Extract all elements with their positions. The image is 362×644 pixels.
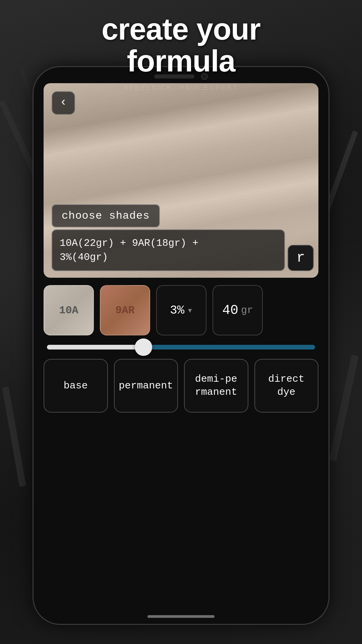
r-button[interactable]: r — [288, 245, 314, 271]
swatch-10a-label: 10A — [59, 304, 78, 317]
back-button[interactable]: ‹ — [52, 91, 75, 115]
back-arrow-icon: ‹ — [60, 97, 67, 109]
swatch-9ar-label: 9AR — [115, 304, 135, 317]
phone-frame: steelsick hair expert ‹ choose shades 10… — [34, 67, 328, 624]
slider-area — [44, 345, 318, 350]
swatches-row: 10A 9AR 3% ▾ 40 gr — [44, 285, 318, 335]
choose-shades-button[interactable]: choose shades — [52, 204, 160, 227]
swatch-10a[interactable]: 10A — [44, 285, 94, 335]
direct-dye-button-label: directdye — [268, 373, 304, 399]
direct-dye-button[interactable]: directdye — [254, 359, 319, 413]
swatch-percent[interactable]: 3% ▾ — [156, 285, 206, 335]
swatch-9ar[interactable]: 9AR — [100, 285, 150, 335]
permanent-button[interactable]: permanent — [114, 359, 178, 413]
page-title: create your formula — [27, 13, 335, 77]
r-button-label: r — [296, 250, 305, 266]
dropdown-arrow-icon: ▾ — [187, 305, 193, 316]
permanent-button-label: permanent — [119, 379, 173, 392]
page-title-line2: formula — [127, 44, 235, 78]
page-title-area: create your formula — [0, 0, 362, 84]
page-title-line1: create your — [102, 12, 260, 46]
swatch-percent-text: 3% — [170, 304, 184, 317]
slider-track[interactable] — [47, 345, 315, 350]
home-indicator — [147, 615, 215, 618]
swatch-grams[interactable]: 40 gr — [213, 285, 263, 335]
swatch-grams-value: 40 — [222, 303, 238, 318]
base-button-label: base — [64, 379, 88, 392]
choose-shades-label: choose shades — [62, 210, 150, 222]
formula-line1: 10A(22gr) + 9AR(18gr) + — [60, 237, 198, 249]
formula-line2: 3%(40gr) — [60, 252, 108, 263]
phone-content: ‹ choose shades 10A(22gr) + 9AR(18gr) + … — [34, 80, 328, 620]
slider-thumb[interactable] — [135, 338, 152, 356]
formula-text: 10A(22gr) + 9AR(18gr) + 3%(40gr) — [60, 236, 277, 264]
action-buttons-row: base permanent demi-permanent directdye — [44, 359, 318, 413]
formula-box: 10A(22gr) + 9AR(18gr) + 3%(40gr) — [52, 229, 285, 271]
hair-image-container: ‹ choose shades 10A(22gr) + 9AR(18gr) + … — [44, 83, 318, 278]
base-button[interactable]: base — [44, 359, 108, 413]
demi-permanent-button[interactable]: demi-permanent — [184, 359, 248, 413]
brand-label: steelsick hair expert — [124, 84, 238, 92]
demi-permanent-button-label: demi-permanent — [195, 373, 237, 399]
swatch-grams-unit: gr — [241, 305, 253, 316]
